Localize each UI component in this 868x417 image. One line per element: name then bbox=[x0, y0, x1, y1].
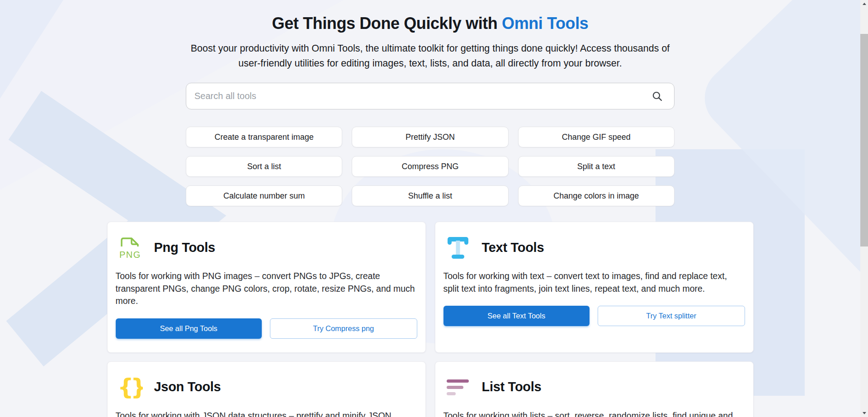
quick-tool-create-transparent-image[interactable]: Create a transparent image bbox=[186, 127, 342, 147]
up-arrow-icon bbox=[863, 3, 866, 5]
quick-tool-prettify-json[interactable]: Prettify JSON bbox=[352, 127, 508, 147]
card-header: Text Tools bbox=[443, 235, 745, 260]
vertical-scrollbar[interactable] bbox=[860, 0, 868, 417]
quick-tool-change-gif-speed[interactable]: Change GIF speed bbox=[518, 127, 675, 147]
search-icon bbox=[652, 91, 663, 102]
page-viewport: Get Things Done Quickly with Omni Tools … bbox=[0, 0, 860, 417]
card-title: Text Tools bbox=[482, 240, 544, 255]
text-t-icon bbox=[445, 235, 471, 260]
curly-braces-icon: { } bbox=[118, 374, 143, 400]
list-lines-icon bbox=[445, 374, 471, 400]
brand-name: Omni Tools bbox=[502, 14, 588, 33]
card-description: Tools for working with PNG images – conv… bbox=[116, 270, 417, 308]
see-all-png-tools-button[interactable]: See all Png Tools bbox=[116, 318, 262, 339]
card-header: List Tools bbox=[443, 374, 745, 400]
down-arrow-icon bbox=[863, 412, 866, 414]
quick-tool-split-a-text[interactable]: Split a text bbox=[518, 156, 675, 177]
scroll-down-arrow[interactable] bbox=[860, 409, 868, 417]
page-title-text: Get Things Done Quickly with bbox=[272, 14, 502, 33]
page-title: Get Things Done Quickly with Omni Tools bbox=[0, 13, 860, 34]
card-title: List Tools bbox=[482, 379, 542, 394]
quick-tool-sort-a-list[interactable]: Sort a list bbox=[186, 156, 342, 177]
quick-tool-compress-png[interactable]: Compress PNG bbox=[352, 156, 508, 177]
card-description: Tools for working with lists – sort, rev… bbox=[443, 410, 745, 417]
quick-tool-calculate-number-sum[interactable]: Calculate number sum bbox=[186, 185, 342, 206]
card-header: PNG Png Tools bbox=[116, 235, 417, 260]
svg-text:}: } bbox=[131, 374, 143, 400]
search-box[interactable] bbox=[186, 83, 675, 109]
page-subtitle: Boost your productivity with Omni Tools,… bbox=[184, 41, 677, 71]
tool-category-cards: PNG Png Tools Tools for working with PNG… bbox=[107, 222, 754, 417]
card-actions: See all Png Tools Try Compress png bbox=[116, 318, 417, 339]
try-compress-png-button[interactable]: Try Compress png bbox=[270, 318, 417, 339]
search-input[interactable] bbox=[194, 91, 651, 101]
quick-tools-grid: Create a transparent image Prettify JSON… bbox=[186, 127, 675, 206]
card-description: Tools for working with JSON data structu… bbox=[116, 410, 417, 417]
search-button[interactable] bbox=[651, 90, 664, 103]
text-tools-card: Text Tools Tools for working with text –… bbox=[435, 222, 754, 353]
scroll-up-arrow[interactable] bbox=[860, 0, 868, 8]
png-file-icon: PNG bbox=[118, 235, 143, 260]
card-actions: See all Text Tools Try Text splitter bbox=[443, 306, 745, 326]
json-tools-card: { } Json Tools Tools for working with JS… bbox=[107, 361, 426, 417]
card-title: Json Tools bbox=[154, 379, 221, 394]
card-description: Tools for working with text – convert te… bbox=[443, 270, 745, 295]
card-header: { } Json Tools bbox=[116, 374, 417, 400]
list-tools-card: List Tools Tools for working with lists … bbox=[435, 361, 754, 417]
quick-tool-change-colors-in-image[interactable]: Change colors in image bbox=[518, 185, 675, 206]
try-text-splitter-button[interactable]: Try Text splitter bbox=[598, 306, 745, 326]
scrollbar-thumb[interactable] bbox=[860, 34, 868, 246]
png-tools-card: PNG Png Tools Tools for working with PNG… bbox=[107, 222, 426, 353]
quick-tool-shuffle-a-list[interactable]: Shuffle a list bbox=[352, 185, 508, 206]
card-title: Png Tools bbox=[154, 240, 215, 255]
see-all-text-tools-button[interactable]: See all Text Tools bbox=[443, 306, 590, 326]
svg-text:PNG: PNG bbox=[119, 250, 141, 260]
